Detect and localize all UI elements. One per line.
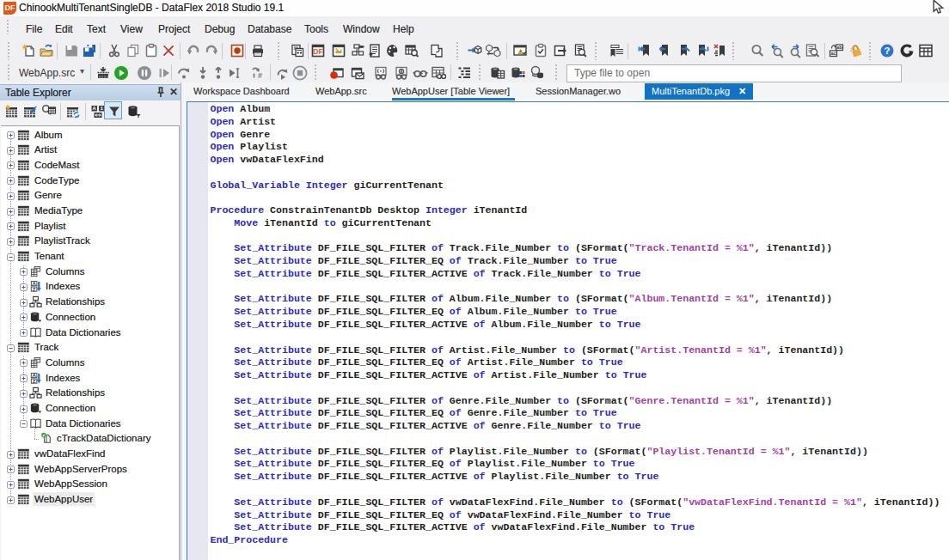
svg-text:DF: DF [313, 47, 323, 56]
svg-text:ab: ab [836, 45, 842, 50]
svg-text:1: 1 [100, 106, 103, 112]
svg-text:Z: Z [33, 286, 36, 292]
svg-text:Z: Z [33, 377, 36, 383]
svg-text:#: # [258, 71, 262, 80]
svg-text:?: ? [884, 46, 890, 56]
svg-text:ac: ac [830, 51, 836, 56]
svg-text:A: A [93, 106, 97, 111]
